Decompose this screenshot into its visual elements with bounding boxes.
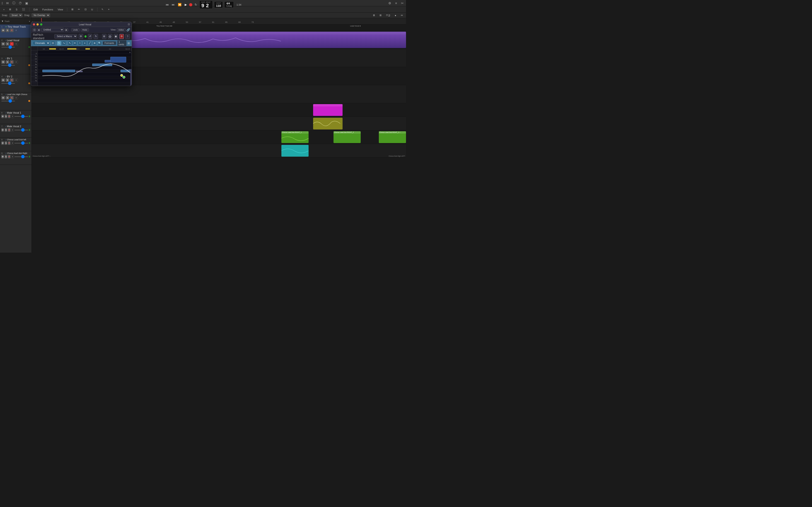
track-item-8[interactable]: 8 ♪ Chorus Lead Dub left M S R I [0,137,32,151]
solo-btn-7[interactable]: S [5,128,7,132]
envelope-icon[interactable]: ✉ [6,1,9,5]
scissors-tool-btn[interactable]: ⊔ [90,7,95,11]
fast-forward-button[interactable]: ⏭ [171,2,175,7]
input-btn-8[interactable]: I [11,141,14,145]
cursor-tool[interactable]: ↖ [68,41,72,46]
track-item-2[interactable]: 2 ♪ Lead Vocal M S R I [0,38,32,56]
lime-clip-2[interactable]: Chorus Lead Dub RIGHT_2 [334,131,361,143]
mute-btn-7[interactable]: M [1,128,4,132]
mute-btn-8[interactable]: M [1,141,4,145]
scrollbar-right[interactable] [130,69,132,86]
track-item-9[interactable]: 9 ♪ Chorus lead dub Right M S R I [0,151,32,165]
lasso-tool[interactable]: ⌖ [83,41,87,46]
grid-layout-btn[interactable]: ⊞ [102,34,106,39]
draw-tool[interactable]: ⌇ [78,41,82,46]
pitch-note-2[interactable] [92,64,112,66]
drag-select[interactable]: No Overlap [32,13,50,17]
grid-view-button[interactable]: ⊞ [8,7,12,11]
arrow-tool-btn[interactable]: ↖ [100,7,105,11]
more-options-btn[interactable]: ⊞ [128,42,130,45]
snap-to-scale-btn[interactable]: ⊡ [51,41,55,46]
next-preset-btn[interactable]: ▶ [65,28,68,32]
pencil-tool-btn[interactable]: ✏ [77,7,81,11]
track-item-6[interactable]: 6 ♪ Male Vocal 1 M S R I [0,110,32,124]
link-btn[interactable]: 🔗 [126,28,130,32]
monitor-btn[interactable]: ▣ [114,34,118,39]
redo-icon-btn[interactable]: ↻ [94,34,98,39]
view-menu[interactable]: View [56,8,64,11]
solo-btn-1[interactable]: S [6,29,9,32]
record-btn-9[interactable]: R [8,155,10,159]
dot-btn[interactable]: ● [393,13,398,17]
arrows-btn[interactable]: ⇔ [399,13,404,17]
formants-btn[interactable]: Formants [103,41,116,45]
input-btn-9[interactable]: I [11,155,14,159]
olive-clip-1[interactable] [313,118,343,129]
magenta-clip-1[interactable] [313,104,343,116]
rewind-button[interactable]: ⏮ [165,2,169,7]
power-icon-btn[interactable]: ⏻ [108,34,112,39]
lime-clip-1[interactable]: Chorus Lead Dub RIGHT_1 [282,131,309,143]
solo-btn-8[interactable]: S [5,141,7,145]
pitch-note-4[interactable] [110,57,126,62]
record-icon-btn[interactable]: ⬛ [20,7,27,11]
input-btn-1[interactable]: I [14,29,18,32]
merge-btn[interactable]: ⊓⊒ [385,13,392,17]
display-icon[interactable]: ▣ [25,1,28,5]
functions-menu[interactable]: Functions [41,8,55,11]
loop-button[interactable]: ↻ [194,2,198,7]
back-button[interactable]: ⏪ [177,2,183,7]
undo-btn[interactable]: Undo [71,28,80,32]
solo-btn-9[interactable]: S [5,155,7,159]
record-btn-6[interactable]: R [8,115,10,118]
settings-icon[interactable]: ⚙ [388,1,392,5]
grid-icon-btn[interactable]: ⊞ [70,7,75,11]
window-maximize-btn[interactable] [40,23,42,25]
mute-btn-9[interactable]: M [1,155,4,159]
track-add-button[interactable]: + [2,8,6,11]
record-button[interactable] [189,3,192,6]
pencil-tool[interactable]: ✏ [73,41,77,46]
pitch-note-grey-1[interactable] [76,71,83,72]
input-btn-7[interactable]: I [11,128,14,132]
pitch-note-1[interactable] [42,70,75,72]
macro-settings-btn[interactable]: ⚙ [79,34,83,39]
track-item-1[interactable]: 1 M Tiny Heart Track M S R I [0,24,32,38]
window-minimize-btn[interactable] [37,23,39,25]
input-btn-6[interactable]: I [11,115,14,118]
clock-icon[interactable]: ⏱ [18,1,22,5]
sliders-icon[interactable]: ≡ [394,1,398,5]
mute-btn-6[interactable]: M [1,115,4,118]
zoom-in-btn[interactable]: + [129,51,131,54]
snap-select[interactable]: Smart [9,13,22,17]
undo-icon-btn[interactable]: ↺ [88,34,92,39]
window-close-btn[interactable] [33,23,35,25]
record-btn-8[interactable]: R [8,141,10,145]
scale-select[interactable]: Chromatic [33,41,50,45]
track-item-5[interactable]: 5 ♪ Lead Vox High Chorus M S R I [0,92,32,110]
track-item-7[interactable]: 7 ♪ Male Vocal 2 M S R I [0,124,32,137]
info-icon[interactable]: ⓘ [12,1,16,5]
macro-select[interactable]: Select a Macro [54,34,77,39]
settings-cog-btn[interactable]: ⚙ [119,34,124,39]
waveform-tool-btn[interactable]: ∿ [62,41,66,46]
edit-menu[interactable]: Edit [32,8,39,11]
solo-btn-6[interactable]: S [5,115,7,118]
editor-btn[interactable]: Editor [117,28,125,32]
zoom-tool[interactable]: 🔍 [98,41,102,46]
mute-btn-1[interactable]: M [1,29,5,32]
record-btn-1[interactable]: R [10,29,14,32]
fader-4[interactable] [1,83,15,84]
multi-tool[interactable]: ≋ [93,41,97,46]
play-button[interactable]: ▶ [184,2,188,7]
link-icon-btn[interactable]: ⊞ [378,13,383,17]
preset-select[interactable]: Untitled [41,28,64,32]
fader-3[interactable] [1,65,15,66]
snap-icon-btn[interactable]: ≣ [371,13,376,17]
scissors-icon[interactable]: ✂ [401,1,404,5]
fader-7[interactable] [14,130,28,130]
record-btn-7[interactable]: R [8,128,10,132]
fader-6[interactable] [14,116,28,117]
solo-button[interactable]: S [14,8,18,11]
power-btn[interactable]: ⏻ [33,28,36,32]
